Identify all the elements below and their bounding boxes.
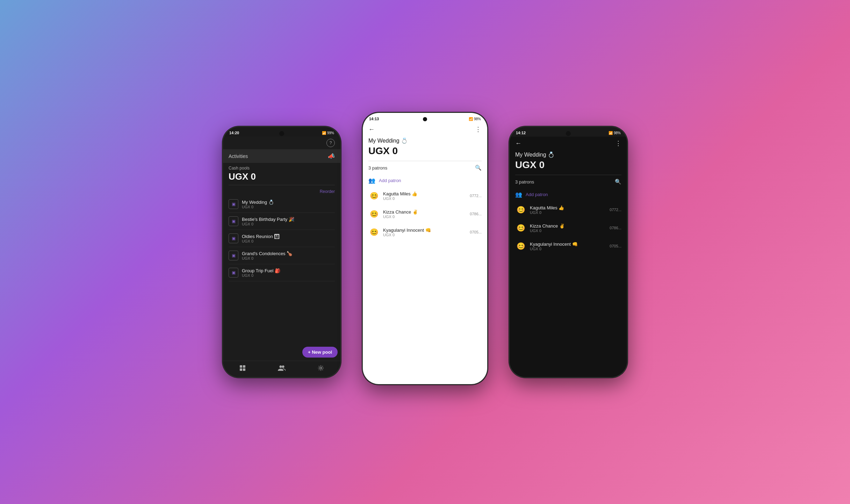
phone2: 14:13 📶 98% ← ⋮ My Wedding 💍 UGX 0 3 pat… xyxy=(362,112,488,385)
patron3-phone-2: 0786... xyxy=(610,226,621,230)
back-button-3[interactable]: ← xyxy=(515,140,521,147)
patron-name-1: Kagutta Miles 👍 xyxy=(383,191,466,196)
patron3-info-2: Kizza Chance ✌ UGX 0 xyxy=(530,223,606,233)
pool-name-1: My Wedding 💍 xyxy=(242,200,335,205)
svg-point-5 xyxy=(282,366,284,368)
phone3-detail-header: ← ⋮ xyxy=(510,137,627,150)
nav-settings-icon[interactable] xyxy=(317,365,324,372)
pool-item-4[interactable]: ▣ Grand's Condolences 🍗 UGX 0 xyxy=(229,247,335,264)
phone1-notch xyxy=(279,131,284,136)
pool-icon-3: ▣ xyxy=(229,233,238,243)
phone2-time: 14:13 xyxy=(369,117,379,121)
phone1-header: ? xyxy=(223,137,340,149)
phone3-patron-2[interactable]: 😊 Kizza Chance ✌ UGX 0 0786... xyxy=(510,219,627,237)
wifi-icon-3: 📶 xyxy=(608,131,613,135)
divider xyxy=(229,185,335,185)
svg-point-4 xyxy=(279,366,282,368)
svg-point-6 xyxy=(320,367,322,369)
pool-name-2: Bestie's Birthday Party 🎉 xyxy=(242,217,335,222)
patron-emoji-3: 😊 xyxy=(368,226,380,238)
phone3-notch xyxy=(566,131,571,136)
phone3-patrons-header: 3 patrons 🔍 xyxy=(510,175,627,188)
nav-people-icon[interactable] xyxy=(278,365,286,372)
back-button-2[interactable]: ← xyxy=(368,126,375,133)
patron-name-3: Kyagulanyi Innocent 👊 xyxy=(383,228,466,233)
phone2-patrons-count: 3 patrons xyxy=(368,165,387,171)
cash-pools-label: Cash pools xyxy=(229,166,335,171)
pool-info-3: Oldies Reunion 👨‍👩‍👧‍👦 UGX 0 xyxy=(242,234,335,243)
phone1-content: ? Activities 📣 Cash pools UGX 0 Reorder … xyxy=(223,137,340,377)
patron3-name-3: Kyagulanyi Innocent 👊 xyxy=(530,242,606,247)
pool-amount-5: UGX 0 xyxy=(242,273,335,278)
phone2-content: ← ⋮ My Wedding 💍 UGX 0 3 patrons 🔍 👥 Add… xyxy=(363,123,487,384)
pool-name-5: Group Trip Fuel 🎒 xyxy=(242,268,335,273)
activities-bar: Activities 📣 xyxy=(223,149,340,163)
phone3-add-patron[interactable]: 👥 Add patron xyxy=(510,188,627,201)
phone2-battery: 📶 98% xyxy=(469,117,481,121)
pool-icon-5: ▣ xyxy=(229,268,238,278)
new-pool-label: + New pool xyxy=(308,350,332,355)
phone2-patron-1[interactable]: 😊 Kagutta Miles 👍 UGX 0 0772... xyxy=(363,187,487,205)
new-pool-button[interactable]: + New pool xyxy=(302,347,338,358)
patron-phone-2: 0786... xyxy=(470,212,482,216)
pool-amount-2: UGX 0 xyxy=(242,222,335,226)
pool-item-5[interactable]: ▣ Group Trip Fuel 🎒 UGX 0 xyxy=(229,264,335,281)
add-patron-label-3: Add patron xyxy=(526,192,548,197)
more-menu-2[interactable]: ⋮ xyxy=(475,125,482,133)
pool-info-4: Grand's Condolences 🍗 UGX 0 xyxy=(242,251,335,260)
activities-label: Activities xyxy=(229,153,248,159)
pool-item-3[interactable]: ▣ Oldies Reunion 👨‍👩‍👧‍👦 UGX 0 xyxy=(229,230,335,247)
patron-emoji-2: 😊 xyxy=(368,208,380,219)
svg-rect-1 xyxy=(243,365,245,368)
patron3-amount-1: UGX 0 xyxy=(530,210,606,215)
patron3-emoji-3: 😊 xyxy=(515,240,526,252)
phone2-patron-3[interactable]: 😊 Kyagulanyi Innocent 👊 UGX 0 0705... xyxy=(363,223,487,241)
pool-amount-3: UGX 0 xyxy=(242,239,335,243)
patron-phone-1: 0772... xyxy=(470,194,482,198)
bottom-nav: + New pool xyxy=(223,361,340,377)
patron-info-2: Kizza Chance ✌ UGX 0 xyxy=(383,209,466,219)
reorder-btn[interactable]: Reorder xyxy=(223,187,340,196)
phone3-wedding-title: My Wedding 💍 xyxy=(510,150,627,158)
patron3-info-3: Kyagulanyi Innocent 👊 UGX 0 xyxy=(530,242,606,251)
patron3-phone-1: 0772... xyxy=(610,208,621,212)
patron-info-1: Kagutta Miles 👍 UGX 0 xyxy=(383,191,466,201)
phone2-add-patron[interactable]: 👥 Add patron xyxy=(363,174,487,187)
phone2-wedding-title: My Wedding 💍 xyxy=(363,136,487,144)
phone1: 14:20 📶 99% ? Activities 📣 Cash pools UG… xyxy=(222,126,341,378)
phone3-patron-3[interactable]: 😊 Kyagulanyi Innocent 👊 UGX 0 0705... xyxy=(510,237,627,255)
patron3-emoji-2: 😊 xyxy=(515,222,526,233)
phone2-notch xyxy=(423,117,427,121)
pool-name-4: Grand's Condolences 🍗 xyxy=(242,251,335,256)
patron-name-2: Kizza Chance ✌ xyxy=(383,209,466,215)
phone2-patron-2[interactable]: 😊 Kizza Chance ✌ UGX 0 0786... xyxy=(363,205,487,223)
phone2-search-icon[interactable]: 🔍 xyxy=(475,165,482,171)
pool-item-1[interactable]: ▣ My Wedding 💍 UGX 0 xyxy=(229,196,335,213)
help-icon[interactable]: ? xyxy=(326,139,335,147)
svg-rect-3 xyxy=(243,368,245,371)
patron3-name-1: Kagutta Miles 👍 xyxy=(530,205,606,210)
megaphone-icon: 📣 xyxy=(328,153,335,159)
phone3-wedding-amount: UGX 0 xyxy=(510,158,627,175)
nav-grid-icon[interactable] xyxy=(239,365,246,372)
patron-amount-p3: UGX 0 xyxy=(383,233,466,237)
pool-info-1: My Wedding 💍 UGX 0 xyxy=(242,200,335,209)
pool-list: ▣ My Wedding 💍 UGX 0 ▣ Bestie's Birthday… xyxy=(223,196,340,361)
pool-icon-1: ▣ xyxy=(229,199,238,209)
pool-info-2: Bestie's Birthday Party 🎉 UGX 0 xyxy=(242,217,335,226)
patron-amount-p1: UGX 0 xyxy=(383,196,466,201)
phone3: 14:12 📶 98% ← ⋮ My Wedding 💍 UGX 0 3 pat… xyxy=(509,126,628,378)
phone3-search-icon[interactable]: 🔍 xyxy=(615,179,621,185)
phone1-battery: 📶 99% xyxy=(322,131,334,135)
pool-name-3: Oldies Reunion 👨‍👩‍👧‍👦 xyxy=(242,234,335,239)
reorder-label: Reorder xyxy=(320,189,335,194)
phone3-patron-1[interactable]: 😊 Kagutta Miles 👍 UGX 0 0772... xyxy=(510,201,627,219)
phone3-time: 14:12 xyxy=(516,131,526,135)
pool-item-2[interactable]: ▣ Bestie's Birthday Party 🎉 UGX 0 xyxy=(229,213,335,230)
phone3-patrons-count: 3 patrons xyxy=(515,179,534,185)
total-amount: UGX 0 xyxy=(229,171,335,182)
add-patron-icon-2: 👥 xyxy=(368,177,375,184)
more-menu-3[interactable]: ⋮ xyxy=(615,139,621,147)
patron-phone-3: 0705... xyxy=(470,230,482,234)
cash-pools-section: Cash pools UGX 0 xyxy=(223,166,340,187)
